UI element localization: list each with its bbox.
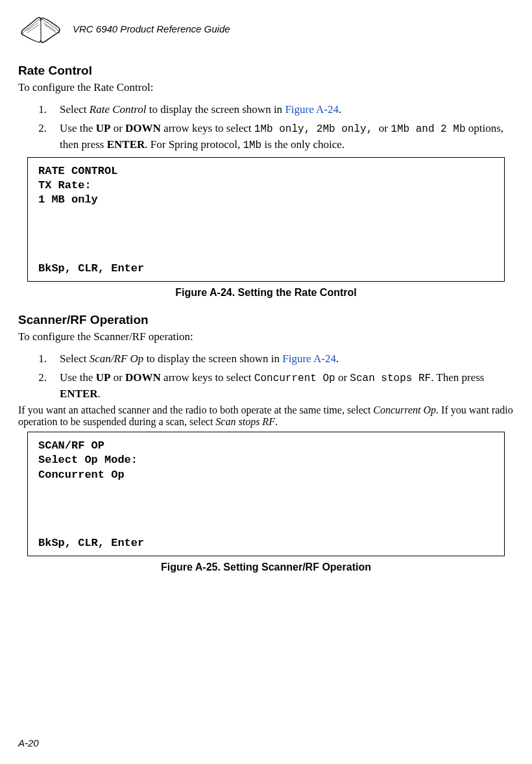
- list-item: 2. Use the UP or DOWN arrow keys to sele…: [18, 370, 514, 402]
- step-number: 2.: [35, 121, 47, 153]
- scanner-rf-heading: Scanner/RF Operation: [18, 313, 514, 327]
- list-item: 2. Use the UP or DOWN arrow keys to sele…: [18, 121, 514, 153]
- screen-line: SCAN/RF OP: [38, 439, 494, 453]
- screen-line: Select Op Mode:: [38, 453, 494, 467]
- figure-link[interactable]: Figure A-24: [285, 103, 339, 116]
- step-body: Use the UP or DOWN arrow keys to select …: [60, 121, 514, 153]
- screen-footer: BkSp, CLR, Enter: [38, 536, 144, 550]
- step-number: 2.: [35, 370, 47, 402]
- rate-control-intro: To configure the Rate Control:: [18, 80, 514, 95]
- step-number: 1.: [35, 351, 47, 367]
- step-body: Select Rate Control to display the scree…: [60, 102, 514, 118]
- list-item: 1. Select Rate Control to display the sc…: [18, 102, 514, 118]
- step-number: 1.: [35, 102, 47, 118]
- page-number: A-20: [18, 737, 39, 748]
- step-body: Use the UP or DOWN arrow keys to select …: [60, 370, 514, 402]
- book-icon: [18, 9, 64, 48]
- list-item: 1. Select Scan/RF Op to display the scre…: [18, 351, 514, 367]
- scanner-rf-steps: 1. Select Scan/RF Op to display the scre…: [18, 351, 514, 402]
- screen-line: TX Rate:: [38, 179, 494, 193]
- page-header: VRC 6940 Product Reference Guide: [18, 9, 514, 48]
- screen-line: RATE CONTROL: [38, 164, 494, 179]
- scanner-rf-screen: SCAN/RF OP Select Op Mode: Concurrent Op…: [27, 432, 505, 556]
- rate-control-steps: 1. Select Rate Control to display the sc…: [18, 102, 514, 153]
- figure-caption: Figure A-24. Setting the Rate Control: [18, 287, 514, 299]
- screen-footer: BkSp, CLR, Enter: [38, 262, 144, 276]
- step-body: Select Scan/RF Op to display the screen …: [60, 351, 514, 367]
- figure-caption: Figure A-25. Setting Scanner/RF Operatio…: [18, 561, 514, 573]
- header-title: VRC 6940 Product Reference Guide: [73, 23, 230, 34]
- step-note: If you want an attached scanner and the …: [18, 404, 514, 428]
- screen-line: Concurrent Op: [38, 468, 494, 482]
- rate-control-screen: RATE CONTROL TX Rate: 1 MB only BkSp, CL…: [27, 157, 505, 282]
- scanner-rf-intro: To configure the Scanner/RF operation:: [18, 330, 514, 345]
- rate-control-heading: Rate Control: [18, 64, 514, 78]
- figure-link[interactable]: Figure A-24: [282, 352, 336, 365]
- screen-line: 1 MB only: [38, 193, 494, 207]
